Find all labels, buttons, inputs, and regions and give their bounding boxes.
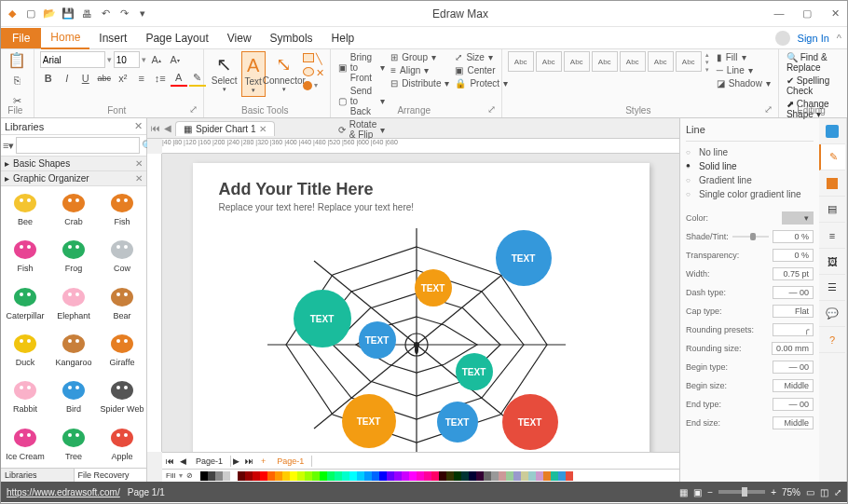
- color-swatch[interactable]: [238, 471, 245, 481]
- collapse-ribbon-icon[interactable]: ^: [837, 33, 841, 44]
- bring-to-front-button[interactable]: ▣Bring to Front ▾: [336, 51, 387, 84]
- color-palette[interactable]: [200, 471, 573, 481]
- shape-item[interactable]: Bee: [1, 186, 49, 233]
- strike-button[interactable]: abc: [96, 70, 113, 87]
- shape-circle-icon[interactable]: [303, 81, 312, 90]
- font-group-expand-icon[interactable]: ⤢: [185, 103, 201, 116]
- color-swatch[interactable]: [342, 471, 349, 481]
- shadow-button[interactable]: ◪Shadow ▾: [715, 77, 773, 89]
- color-swatch[interactable]: [536, 471, 543, 481]
- basic-shapes-section[interactable]: ▸ Basic Shapes ✕: [1, 157, 146, 171]
- color-swatch[interactable]: [260, 471, 267, 481]
- text-tool[interactable]: AText▾: [241, 51, 266, 97]
- connector-tool[interactable]: ⤡Connector▾: [267, 51, 301, 95]
- color-swatch[interactable]: [446, 471, 454, 481]
- style-preset[interactable]: Abc: [536, 51, 562, 72]
- page-tab-1[interactable]: Page-1: [188, 456, 231, 467]
- page-first-icon[interactable]: ⏮: [162, 456, 178, 466]
- user-avatar-icon[interactable]: [775, 31, 790, 46]
- font-color-button[interactable]: A: [171, 70, 187, 87]
- style-preset[interactable]: Abc: [676, 51, 702, 72]
- menu-page-layout[interactable]: Page Layout: [136, 28, 217, 48]
- color-swatch[interactable]: [558, 471, 566, 481]
- bubble[interactable]: TEXT: [502, 394, 558, 450]
- color-swatch[interactable]: [364, 471, 372, 481]
- color-swatch[interactable]: [513, 471, 521, 481]
- color-swatch[interactable]: [506, 471, 513, 481]
- library-menu-icon[interactable]: ≡▾: [3, 137, 14, 154]
- copy-icon[interactable]: ⎘: [8, 72, 25, 89]
- color-swatch[interactable]: [320, 471, 327, 481]
- shape-item[interactable]: Crab: [49, 186, 98, 233]
- color-picker[interactable]: ▾: [782, 211, 814, 225]
- color-swatch[interactable]: [566, 471, 573, 481]
- color-swatch[interactable]: [431, 471, 439, 481]
- shape-more-icon[interactable]: ▾: [314, 81, 318, 90]
- status-grid-icon[interactable]: ▦: [679, 487, 688, 497]
- page-last-icon[interactable]: ⏭: [241, 456, 257, 466]
- document-tab[interactable]: ▦ Spider Chart 1 ✕: [175, 121, 275, 136]
- solid-line-option[interactable]: ●Solid line: [686, 159, 814, 173]
- tab-nav-prev-icon[interactable]: ◀: [164, 123, 171, 133]
- style-preset[interactable]: Abc: [564, 51, 590, 72]
- sign-in-link[interactable]: Sign In: [798, 33, 829, 44]
- end-size-value[interactable]: Middle: [773, 416, 814, 429]
- color-swatch[interactable]: [297, 471, 305, 481]
- spelling-check-button[interactable]: ✔ Spelling Check: [785, 75, 841, 97]
- menu-view[interactable]: View: [218, 28, 261, 48]
- color-swatch[interactable]: [215, 471, 223, 481]
- page-prev-icon[interactable]: ◀: [178, 456, 188, 466]
- styles-down-icon[interactable]: ▾: [705, 59, 709, 66]
- styles-up-icon[interactable]: ▴: [705, 51, 709, 59]
- right-tab-fill[interactable]: [819, 118, 845, 144]
- section-close-icon[interactable]: ✕: [135, 173, 143, 184]
- color-swatch[interactable]: [253, 471, 260, 481]
- color-swatch[interactable]: [312, 471, 320, 481]
- right-tab-line[interactable]: ✎: [819, 144, 845, 170]
- shape-item[interactable]: Elephant: [49, 280, 98, 327]
- right-tab-page[interactable]: ▤: [819, 197, 845, 223]
- color-swatch[interactable]: [417, 471, 424, 481]
- arrange-group-expand-icon[interactable]: ⤢: [484, 103, 499, 116]
- status-view2-icon[interactable]: ◫: [820, 487, 828, 497]
- bubble[interactable]: TEXT: [456, 353, 493, 390]
- gradient-line-option[interactable]: Gradient line: [686, 173, 814, 187]
- transparency-value[interactable]: 0 %: [773, 249, 814, 262]
- distribute-button[interactable]: ⊟Distribute ▾: [389, 77, 451, 89]
- color-swatch[interactable]: [282, 471, 290, 481]
- shape-item[interactable]: Caterpillar: [1, 280, 49, 327]
- page-next-icon[interactable]: ▶: [231, 456, 241, 466]
- begin-type-value[interactable]: — 00: [773, 361, 814, 374]
- color-swatch[interactable]: [200, 471, 208, 481]
- fill-dropdown-icon[interactable]: ▾: [179, 471, 183, 480]
- shape-line-icon[interactable]: ╲: [316, 53, 322, 65]
- style-preset[interactable]: Abc: [620, 51, 646, 72]
- shape-rect-icon[interactable]: [303, 53, 314, 62]
- no-fill-icon[interactable]: ⊘: [186, 471, 193, 480]
- menu-home[interactable]: Home: [41, 27, 89, 49]
- color-swatch[interactable]: [349, 471, 357, 481]
- color-swatch[interactable]: [379, 471, 387, 481]
- shape-item[interactable]: Kangaroo: [49, 327, 98, 374]
- shape-item[interactable]: Fish: [1, 233, 49, 279]
- rounding-size-value[interactable]: 0.00 mm: [772, 342, 814, 355]
- underline-button[interactable]: U: [77, 70, 94, 87]
- close-button[interactable]: ✕: [827, 7, 843, 20]
- bubble[interactable]: TEXT: [437, 402, 478, 443]
- bubble[interactable]: TEXT: [496, 230, 552, 286]
- color-swatch[interactable]: [387, 471, 394, 481]
- style-preset[interactable]: Abc: [592, 51, 618, 72]
- page-tab-active[interactable]: Page-1: [269, 456, 312, 467]
- bullet-list-button[interactable]: ≡: [133, 70, 150, 87]
- right-tab-image[interactable]: 🖼: [819, 249, 845, 275]
- color-swatch[interactable]: [476, 471, 484, 481]
- maximize-button[interactable]: ▢: [799, 7, 815, 20]
- file-recovery-tab[interactable]: File Recovery: [75, 469, 147, 482]
- tab-close-icon[interactable]: ✕: [259, 124, 267, 134]
- end-type-value[interactable]: — 00: [773, 398, 814, 411]
- color-swatch[interactable]: [223, 471, 230, 481]
- shape-x-icon[interactable]: ✕: [316, 67, 324, 79]
- shape-item[interactable]: Duck: [1, 327, 49, 374]
- color-swatch[interactable]: [521, 471, 528, 481]
- libraries-tab[interactable]: Libraries: [1, 469, 75, 482]
